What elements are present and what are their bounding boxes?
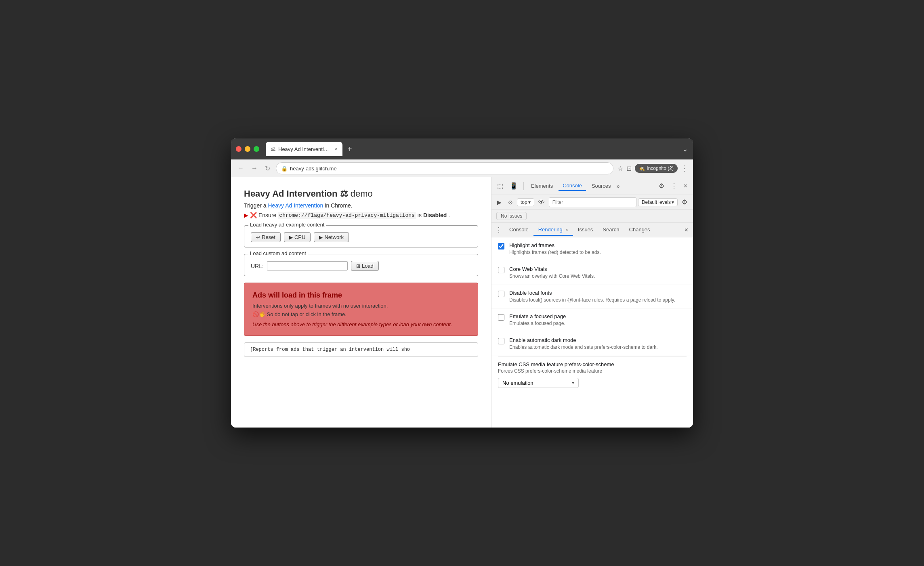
eye-button[interactable]: 👁 <box>536 197 547 208</box>
disable-local-fonts-desc: Disables local() sources in @font-face r… <box>509 297 675 304</box>
console-play-icon[interactable]: ▶ <box>495 197 504 207</box>
context-label: top <box>521 199 527 205</box>
auto-dark-mode-checkbox[interactable] <box>498 338 504 344</box>
load-label: Load <box>362 263 374 269</box>
toolbar-separator <box>523 182 524 190</box>
arrow-icon: ▶ <box>244 212 248 218</box>
emulate-focused-page-title: Emulate a focused page <box>509 313 566 319</box>
network-play-icon: ▶ <box>319 235 323 240</box>
reset-label: Reset <box>262 234 275 240</box>
console-settings-button[interactable]: ⚙ <box>679 197 690 208</box>
devtools-settings-button[interactable]: ⚙ <box>656 180 667 191</box>
network-button[interactable]: ▶ Network <box>314 232 349 242</box>
levels-arrow-icon: ▾ <box>672 199 674 205</box>
load-button[interactable]: ⊞ Load <box>351 261 379 271</box>
load-custom-legend: Load custom ad content <box>248 250 308 256</box>
context-selector[interactable]: top ▾ <box>517 198 534 206</box>
rendering-content: Highlight ad frames Highlights frames (r… <box>491 237 693 428</box>
tab-sources[interactable]: Sources <box>588 181 615 191</box>
bookmark-icon[interactable]: ☆ <box>617 165 623 172</box>
tab-favicon: ⚖ <box>271 146 276 152</box>
disabled-label: Disabled <box>423 212 447 218</box>
tab-title: Heavy Ad Intervention dem <box>278 146 331 152</box>
subtab-changes[interactable]: Changes <box>624 224 655 236</box>
scales-emoji: ⚖ <box>340 189 348 199</box>
no-issues-badge[interactable]: No Issues <box>496 212 527 220</box>
highlight-ad-frames-option: Highlight ad frames Highlights frames (r… <box>491 237 693 261</box>
levels-label: Default levels <box>642 199 671 205</box>
browser-menu-button[interactable]: ⋮ <box>681 164 688 173</box>
console-stop-icon[interactable]: ⊘ <box>506 197 515 207</box>
close-window-button[interactable] <box>236 146 242 152</box>
context-arrow-icon: ▾ <box>528 199 531 205</box>
levels-selector[interactable]: Default levels ▾ <box>638 198 678 206</box>
highlight-ad-frames-checkbox[interactable] <box>498 243 504 249</box>
emulate-focused-page-checkbox[interactable] <box>498 314 504 321</box>
back-button[interactable]: ← <box>236 163 246 174</box>
css-emulation-arrow: ▾ <box>572 380 574 386</box>
issues-bar: No Issues <box>491 210 693 223</box>
emulate-focused-page-option: Emulate a focused page Emulates a focuse… <box>491 308 693 332</box>
devtools-more-button[interactable]: ⋮ <box>668 180 680 191</box>
console-filter-input[interactable] <box>549 197 636 207</box>
new-tab-button[interactable]: + <box>344 143 355 155</box>
ad-frame-italic: Use the buttons above to trigger the dif… <box>252 321 470 327</box>
active-tab[interactable]: ⚖ Heavy Ad Intervention dem × <box>266 142 342 156</box>
css-media-section: Emulate CSS media feature prefers-color-… <box>491 356 693 393</box>
layout-icon[interactable]: ⊡ <box>626 165 632 172</box>
subtab-panel-close-button[interactable]: × <box>681 225 691 235</box>
disable-local-fonts-checkbox[interactable] <box>498 291 504 297</box>
subtab-console[interactable]: Console <box>504 224 533 236</box>
device-toggle-button[interactable]: 📱 <box>507 180 520 191</box>
traffic-lights <box>236 146 259 152</box>
reset-icon: ↩ <box>256 235 260 240</box>
page-content: Heavy Ad Intervention ⚖ demo Trigger a H… <box>231 177 491 428</box>
refresh-button[interactable]: ↻ <box>263 163 272 174</box>
title-bar: ⚖ Heavy Ad Intervention dem × + ⌄ <box>231 138 693 159</box>
subtab-issues[interactable]: Issues <box>573 224 598 236</box>
highlight-ad-frames-title: Highlight ad frames <box>509 242 601 248</box>
page-note: ▶ ❌ Ensure chrome://flags/heavy-ad-priva… <box>244 212 478 219</box>
page-subtitle: Trigger a Heavy Ad Intervention in Chrom… <box>244 202 478 209</box>
incognito-icon: 🕵 <box>639 166 645 171</box>
core-web-vitals-desc: Shows an overlay with Core Web Vitals. <box>509 273 595 280</box>
cpu-label: CPU <box>294 234 305 240</box>
heavy-ad-intervention-link[interactable]: Heavy Ad Intervention <box>268 202 323 209</box>
x-emoji: ❌ <box>250 212 257 218</box>
page-title-text: Heavy Ad Intervention <box>244 189 337 199</box>
minimize-window-button[interactable] <box>245 146 250 152</box>
address-bar-input[interactable]: 🔒 heavy-ads.glitch.me <box>276 162 613 174</box>
tab-elements[interactable]: Elements <box>527 181 557 191</box>
subtab-rendering[interactable]: Rendering × <box>533 224 573 236</box>
ad-frame-text1: Interventions only apply to frames with … <box>252 303 470 309</box>
subtabs-menu-button[interactable]: ⋮ <box>493 224 504 235</box>
address-text: heavy-ads.glitch.me <box>290 166 608 172</box>
auto-dark-mode-option: Enable automatic dark mode Enables autom… <box>491 332 693 356</box>
code-snippet: chrome://flags/heavy-ad-privacy-mitigati… <box>278 212 416 219</box>
maximize-window-button[interactable] <box>254 146 259 152</box>
tab-console[interactable]: Console <box>559 181 586 191</box>
devtools-close-button[interactable]: × <box>681 181 690 191</box>
core-web-vitals-checkbox[interactable] <box>498 267 504 273</box>
devtools-secondary-bar: ▶ ⊘ top ▾ 👁 Default levels ▾ ⚙ <box>491 195 693 210</box>
cpu-button[interactable]: ▶ CPU <box>284 232 311 242</box>
css-emulation-select[interactable]: No emulation ▾ <box>498 378 579 388</box>
tab-close-button[interactable]: × <box>335 146 338 152</box>
reset-button[interactable]: ↩ Reset <box>251 232 281 242</box>
demo-label: demo <box>351 189 373 199</box>
lock-icon: 🔒 <box>281 166 288 172</box>
url-input[interactable] <box>267 261 348 270</box>
auto-dark-mode-desc: Enables automatic dark mode and sets pre… <box>509 344 658 351</box>
core-web-vitals-title: Core Web Vitals <box>509 266 595 272</box>
inspect-element-button[interactable]: ⬚ <box>495 180 506 191</box>
css-media-title: Emulate CSS media feature prefers-color-… <box>498 361 687 367</box>
emulate-focused-page-desc: Emulates a focused page. <box>509 320 566 327</box>
incognito-button[interactable]: 🕵 Incognito (2) <box>635 164 678 173</box>
forward-button[interactable]: → <box>250 163 259 174</box>
more-tabs-button[interactable]: » <box>617 183 620 189</box>
tab-bar-end-button[interactable]: ⌄ <box>682 145 688 153</box>
cpu-play-icon: ▶ <box>289 235 293 240</box>
subtab-search[interactable]: Search <box>598 224 624 236</box>
load-custom-ad-box: Load custom ad content URL: ⊞ Load <box>244 254 478 276</box>
rendering-tab-close[interactable]: × <box>565 227 568 232</box>
